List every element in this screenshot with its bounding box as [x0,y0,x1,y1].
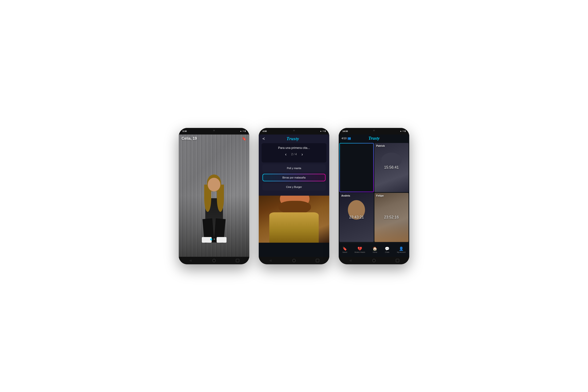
status-icons-1: ▲ ▾ ▮ [240,130,246,132]
wifi-icon-3: ▾ [403,130,404,132]
phone-3: 14:00 ▲ ▾ ▮ 4/10 👥 Trusty [339,128,409,264]
andres-name: Andrés [341,194,350,197]
signal-icon-3: ▲ [400,130,402,132]
dot-2 [214,238,215,240]
account-label-3: My Account [397,252,406,253]
home-btn-1[interactable] [212,259,216,262]
battery-icon-1: ▮ [244,130,246,132]
battery-icon-3: ▮ [404,130,406,132]
grid-cell-patrick[interactable]: Patrick 15:56:41 [374,143,409,192]
screen-1: Celia, 19 🔖 🔖 Saved 💔 Broken [179,134,249,257]
nav-account-3[interactable]: 👤 My Account [397,246,406,253]
grid-view: 4/10 👥 Trusty [339,134,409,257]
time-2: 4:00 [262,130,267,132]
quiz-option-selected-wrapper: Birras por malasaña [262,174,326,181]
quiz-page: 2 / 4 [291,152,296,156]
status-icons-3: ▲ ▾ ▮ [400,130,406,132]
quiz-pagination: ‹ 2 / 4 › [264,152,324,157]
grid-cell-felipe[interactable]: Felipe 23:52:16 [374,193,409,242]
nav-home-3[interactable]: 🏠 Home [372,246,377,253]
recents-btn-3[interactable] [396,259,399,262]
bookmark-icon[interactable]: 🔖 [242,136,246,141]
profile-bg: Celia, 19 🔖 [179,134,249,257]
saved-icon-3: 🔖 [342,246,347,251]
people-icon: 👥 [348,136,351,140]
account-icon-3: 👤 [399,246,404,251]
wifi-icon-1: ▾ [243,130,244,132]
profile-header: Celia, 19 🔖 [179,134,249,143]
grid-title: Trusty [368,136,380,141]
home-label-3: Home [373,252,377,253]
recents-btn-1[interactable] [236,259,239,262]
battery-icon-2: ▮ [324,130,326,132]
dot-3 [216,238,218,240]
saved-label-3: Saved [342,252,347,253]
bottom-nav-3: 🔖 Saved 💔 Broken Hearts 🏠 Home 💬 Chats [339,243,409,257]
status-icons-2: ▲ ▾ ▮ [320,130,326,132]
recents-btn-2[interactable] [316,259,319,262]
home-btn-2[interactable] [292,259,296,262]
chats-label-3: Chats [385,252,389,253]
grid-counter: 4/10 👥 [342,136,351,140]
home-btn-3[interactable] [372,259,376,262]
back-btn-1[interactable]: ◁ [189,259,192,262]
profile-name: Celia, 19 [182,136,197,140]
screen-3: 4/10 👥 Trusty [339,134,409,257]
andres-timer: 23:43:21 [349,215,364,220]
grid-cell-andres[interactable]: Andrés 23:43:21 [340,193,374,242]
quiz-option-1[interactable]: Peli y manta [262,164,326,172]
woman-figure [196,174,232,243]
phone-2: 4:00 ▲ ▾ ▮ [259,128,329,264]
nav-chats-3[interactable]: 💬 Chats [385,246,390,253]
patrick-timer: 15:56:41 [384,165,399,170]
back-btn-2[interactable]: ◁ [269,259,272,262]
quiz-title: Trusty [287,136,299,141]
android-bar-1: ◁ [179,257,249,264]
quiz-question: Para una primera cita... [264,146,324,150]
quiz-top-bar: < Trusty [259,134,329,143]
chats-icon-3: 💬 [385,246,390,251]
time-1: 5:30 [182,130,187,132]
wifi-icon-2: ▾ [323,130,324,132]
back-btn-3[interactable]: ◁ [349,259,352,262]
felipe-timer: 23:52:16 [384,215,399,220]
quiz-option-3[interactable]: Cine y Burger [262,183,326,191]
signal-icon-1: ▲ [240,130,242,132]
status-bar-3: 14:00 ▲ ▾ ▮ [339,128,409,134]
quiz-options: Peli y manta Birras por malasaña Cine y … [259,164,329,191]
dot-1 [210,238,212,240]
status-bar-1: 5:30 ▲ ▾ ▮ [179,128,249,134]
nav-broken-hearts-3[interactable]: 💔 Broken Hearts [355,246,365,253]
quiz-back-btn[interactable]: < [262,136,265,141]
dots-indicator [210,238,218,240]
time-3: 14:00 [342,130,348,132]
phone-1: 5:30 ▲ ▾ ▮ [179,128,249,264]
felipe-name: Felipe [376,194,384,197]
phones-container: 5:30 ▲ ▾ ▮ [179,128,409,264]
status-bar-2: 4:00 ▲ ▾ ▮ [259,128,329,134]
home-icon-3: 🏠 [372,246,377,251]
quiz-prev-arrow[interactable]: ‹ [285,152,286,157]
android-bar-3: ◁ [339,257,409,264]
pelayo-border [340,143,374,192]
quiz-next-arrow[interactable]: › [302,152,303,157]
nav-saved-3[interactable]: 🔖 Saved [342,246,347,253]
quiz-option-2[interactable]: Birras por malasaña [263,174,325,181]
broken-hearts-label-3: Broken Hearts [355,252,365,253]
broken-hearts-icon-3: 💔 [358,246,362,251]
android-bar-2: ◁ [259,257,329,264]
patrick-name: Patrick [376,144,385,147]
grid-cell-pelayo[interactable]: Pelayo [340,143,374,192]
grid-header: 4/10 👥 Trusty [339,134,409,142]
screen-2: < Trusty Para una primera cita... ‹ 2 / … [259,134,329,257]
people-grid: Pelayo Patrick 15:56:41 [339,142,409,243]
signal-icon-2: ▲ [320,130,322,132]
counter-text: 4/10 [342,137,346,140]
